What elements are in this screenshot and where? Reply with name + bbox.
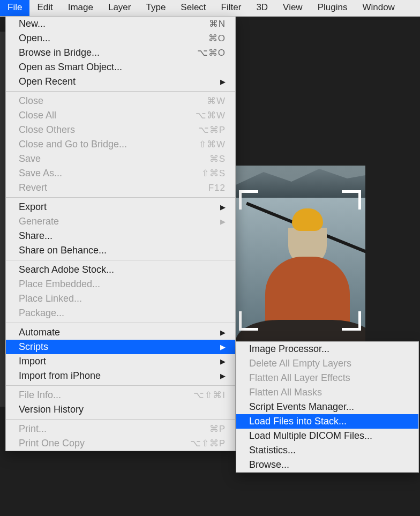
menu-item-save: Save⌘S [6, 152, 235, 166]
menu-item-label: Export [19, 201, 216, 213]
chevron-right-icon: ▶ [220, 343, 226, 351]
menu-item-image-processor[interactable]: Image Processor... [236, 342, 418, 356]
menu-item-label: Flatten All Layer Effects [249, 372, 409, 384]
menu-item-shortcut: ⌘P [183, 423, 226, 435]
menu-item-share-on-behance[interactable]: Share on Behance... [6, 243, 235, 258]
menu-item-export[interactable]: Export▶ [6, 200, 235, 214]
menu-item-shortcut: F12 [183, 183, 226, 193]
menu-item-label: Image Processor... [249, 343, 409, 355]
crop-corner-tl-icon [239, 190, 258, 210]
menubar-item-image[interactable]: Image [61, 0, 101, 16]
chevron-right-icon: ▶ [220, 218, 226, 226]
menu-separator [6, 91, 235, 92]
menu-item-version-history[interactable]: Version History [6, 402, 235, 417]
menu-item-label: Print... [19, 423, 183, 435]
menubar-item-view[interactable]: View [275, 0, 310, 16]
menu-item-delete-all-empty-layers: Delete All Empty Layers [236, 356, 418, 371]
menu-item-label: Generate [19, 216, 216, 227]
menu-item-shortcut: ⌥⌘O [183, 47, 226, 58]
menubar-item-layer[interactable]: Layer [101, 0, 139, 16]
menu-item-print: Print...⌘P [6, 422, 235, 436]
menu-item-shortcut: ⌥⇧⌘I [183, 390, 226, 401]
menubar-item-window[interactable]: Window [355, 0, 402, 16]
menubar-item-filter[interactable]: Filter [214, 0, 249, 16]
menu-item-search-adobe-stock[interactable]: Search Adobe Stock... [6, 263, 235, 277]
menu-item-label: Load Files into Stack... [249, 416, 409, 427]
chevron-right-icon: ▶ [220, 328, 226, 336]
menu-item-scripts[interactable]: Scripts▶ [6, 340, 235, 354]
menu-item-save-as: Save As...⇧⌘S [6, 166, 235, 181]
menu-item-revert: RevertF12 [6, 181, 235, 195]
menu-item-flatten-all-masks: Flatten All Masks [236, 385, 418, 400]
menu-item-label: Share... [19, 230, 226, 242]
menubar-item-edit[interactable]: Edit [29, 0, 60, 16]
crop-corner-br-icon [342, 311, 361, 331]
crop-corner-tr-icon [342, 190, 361, 210]
menu-item-browse[interactable]: Browse... [236, 458, 418, 472]
menu-item-close-all: Close All⌥⌘W [6, 108, 235, 123]
menubar-item-plugins[interactable]: Plugins [310, 0, 355, 16]
menu-item-label: Place Embedded... [19, 279, 226, 290]
menu-item-new[interactable]: New...⌘N [6, 17, 235, 31]
menu-item-package: Package... [6, 306, 235, 320]
menu-separator [6, 385, 235, 386]
menu-item-share[interactable]: Share... [6, 229, 235, 243]
menu-item-label: Delete All Empty Layers [249, 358, 409, 369]
file-menu-dropdown: New...⌘NOpen...⌘OBrowse in Bridge...⌥⌘OO… [5, 16, 236, 451]
menu-item-shortcut: ⌘N [183, 18, 226, 29]
hero-beanie [292, 208, 323, 231]
menu-item-import[interactable]: Import▶ [6, 354, 235, 369]
menu-item-load-multiple-dicom-files[interactable]: Load Multiple DICOM Files... [236, 429, 418, 443]
menu-item-label: File Info... [19, 390, 183, 401]
chevron-right-icon: ▶ [220, 372, 226, 380]
menu-item-open-as-smart-object[interactable]: Open as Smart Object... [6, 60, 235, 74]
menu-item-label: Place Linked... [19, 293, 226, 304]
hero-figure [262, 208, 354, 332]
menu-item-label: Close Others [19, 124, 183, 136]
menu-item-label: Close [19, 95, 183, 107]
menubar-item-3d[interactable]: 3D [249, 0, 275, 16]
menu-item-label: Import [19, 356, 216, 367]
menubar: FileEditImageLayerTypeSelectFilter3DView… [0, 0, 420, 17]
menubar-item-file[interactable]: File [0, 0, 29, 16]
menu-item-label: Import from iPhone [19, 370, 216, 382]
menu-item-place-embedded: Place Embedded... [6, 277, 235, 291]
menu-item-browse-in-bridge[interactable]: Browse in Bridge...⌥⌘O [6, 46, 235, 60]
menu-item-label: Open Recent [19, 76, 216, 87]
menu-item-label: Share on Behance... [19, 245, 226, 256]
menu-item-import-from-iphone[interactable]: Import from iPhone▶ [6, 369, 235, 383]
menu-item-label: Automate [19, 327, 216, 338]
chevron-right-icon: ▶ [220, 203, 226, 211]
menu-item-open[interactable]: Open...⌘O [6, 31, 235, 46]
menu-item-shortcut: ⇧⌘W [183, 139, 226, 150]
menu-item-load-files-into-stack[interactable]: Load Files into Stack... [236, 414, 418, 429]
menu-item-file-info: File Info...⌥⇧⌘I [6, 388, 235, 402]
menu-item-label: Open... [19, 33, 183, 44]
menu-separator [6, 323, 235, 323]
menu-item-shortcut: ⌥⌘W [183, 110, 226, 121]
menu-item-label: Browse... [249, 459, 409, 470]
menu-item-label: Package... [19, 308, 226, 319]
menu-item-open-recent[interactable]: Open Recent▶ [6, 74, 235, 89]
menu-item-statistics[interactable]: Statistics... [236, 443, 418, 458]
menu-item-label: Print One Copy [19, 438, 183, 449]
menu-item-close-and-go-to-bridge: Close and Go to Bridge...⇧⌘W [6, 137, 235, 152]
menu-separator [6, 197, 235, 198]
menubar-item-select[interactable]: Select [173, 0, 213, 16]
menu-item-shortcut: ⌘O [183, 33, 226, 44]
menu-item-label: Search Adobe Stock... [19, 264, 226, 275]
menu-item-label: Script Events Manager... [249, 401, 409, 413]
menu-item-label: Save [19, 153, 183, 164]
menu-item-shortcut: ⇧⌘S [183, 168, 226, 179]
menu-item-script-events-manager[interactable]: Script Events Manager... [236, 400, 418, 414]
menu-item-label: Scripts [19, 341, 216, 353]
menu-item-label: Statistics... [249, 445, 409, 456]
scripts-submenu: Image Processor...Delete All Empty Layer… [236, 341, 419, 473]
chevron-right-icon: ▶ [220, 357, 226, 365]
menu-item-shortcut: ⌘W [183, 95, 226, 107]
menubar-item-type[interactable]: Type [138, 0, 173, 16]
menu-item-automate[interactable]: Automate▶ [6, 325, 235, 340]
menu-item-label: Revert [19, 182, 183, 193]
menu-separator [6, 260, 235, 260]
menu-item-place-linked: Place Linked... [6, 291, 235, 306]
